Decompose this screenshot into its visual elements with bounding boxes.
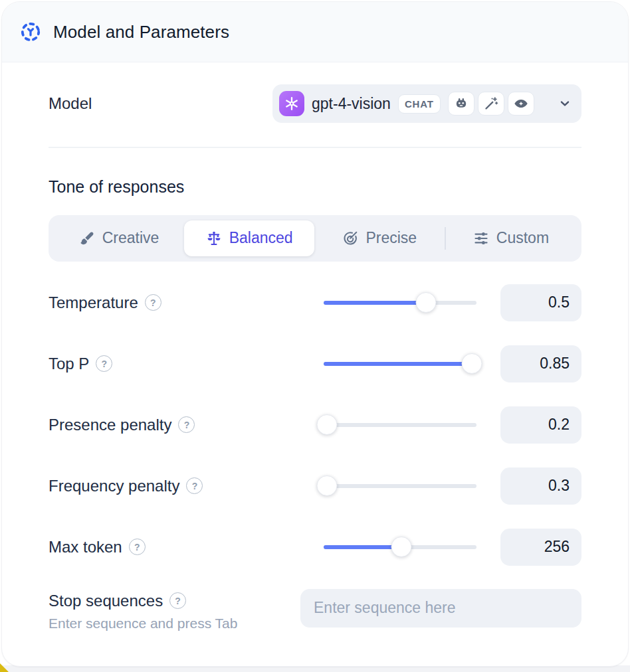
target-icon	[342, 230, 358, 246]
background-corner-accent	[0, 663, 9, 672]
tab-label: Balanced	[229, 229, 293, 247]
stop-sequence-input[interactable]	[300, 589, 581, 628]
help-icon[interactable]: ?	[186, 477, 203, 494]
paintbrush-icon	[79, 230, 95, 246]
selected-model-name: gpt-4-vision	[312, 95, 391, 113]
temperature-value[interactable]: 0.5	[500, 284, 581, 321]
slider-thumb[interactable]	[462, 353, 482, 374]
param-row-frequency-penalty: Frequency penalty ? 0.3	[49, 467, 581, 505]
help-icon[interactable]: ?	[96, 355, 112, 372]
sliders-icon	[473, 230, 489, 246]
tab-balanced[interactable]: Balanced	[184, 220, 314, 256]
slider-thumb[interactable]	[316, 475, 337, 496]
stop-sequences-row: Stop sequences ? Enter sequence and pres…	[49, 589, 581, 631]
frequency-penalty-slider[interactable]	[317, 475, 483, 497]
param-label: Temperature	[49, 294, 138, 312]
stop-sequences-label: Stop sequences	[49, 592, 163, 610]
panel-header: Model and Parameters	[2, 2, 628, 62]
model-parameters-panel: Model and Parameters Model	[1, 1, 629, 667]
temperature-slider[interactable]	[317, 292, 483, 313]
model-row: Model gpt-4-vi	[49, 84, 581, 123]
tab-precise[interactable]: Precise	[314, 220, 445, 256]
tone-heading: Tone of responses	[49, 177, 581, 197]
param-row-top-p: Top P ? 0.85	[49, 345, 581, 383]
param-row-presence-penalty: Presence penalty ? 0.2	[49, 406, 581, 444]
slider-thumb[interactable]	[416, 292, 437, 313]
top-p-value[interactable]: 0.85	[500, 345, 581, 382]
top-p-slider[interactable]	[317, 353, 483, 375]
slider-thumb[interactable]	[316, 414, 337, 435]
frequency-penalty-value[interactable]: 0.3	[500, 467, 581, 505]
help-icon[interactable]: ?	[129, 539, 146, 555]
param-label: Top P	[49, 355, 89, 373]
bot-icon	[448, 92, 474, 116]
model-type-badge: CHAT	[398, 94, 441, 114]
help-icon[interactable]: ?	[169, 592, 186, 609]
stop-sequences-hint: Enter sequence and press Tab	[49, 616, 300, 631]
max-token-value[interactable]: 256	[500, 529, 581, 566]
tab-creative[interactable]: Creative	[54, 220, 184, 256]
magic-wand-icon	[478, 92, 504, 116]
param-label: Presence penalty	[49, 416, 171, 434]
balance-scale-icon	[206, 230, 222, 246]
parameter-list: Temperature ? 0.5 Top P ?	[49, 284, 581, 566]
chevron-down-icon	[558, 96, 572, 111]
slider-thumb[interactable]	[391, 537, 412, 557]
model-hub-icon	[19, 21, 42, 43]
tab-label: Creative	[102, 229, 159, 247]
max-token-slider[interactable]	[317, 536, 483, 558]
section-divider	[49, 147, 581, 148]
tab-custom[interactable]: Custom	[446, 220, 576, 256]
help-icon[interactable]: ?	[145, 294, 161, 311]
vision-eye-icon	[508, 92, 534, 116]
presence-penalty-value[interactable]: 0.2	[500, 406, 581, 444]
openai-logo-icon	[279, 91, 304, 116]
help-icon[interactable]: ?	[178, 416, 195, 433]
model-label: Model	[49, 94, 92, 113]
param-label: Max token	[49, 538, 122, 556]
param-row-temperature: Temperature ? 0.5	[49, 284, 581, 322]
tone-tab-bar: Creative Balanced	[49, 215, 581, 262]
model-capability-badges	[448, 92, 534, 116]
param-label: Frequency penalty	[49, 477, 179, 495]
tab-label: Custom	[496, 229, 549, 247]
param-row-max-token: Max token ? 256	[49, 528, 581, 566]
model-select-dropdown[interactable]: gpt-4-vision CHAT	[272, 84, 581, 123]
tab-label: Precise	[366, 229, 417, 247]
presence-penalty-slider[interactable]	[317, 414, 483, 436]
panel-title: Model and Parameters	[53, 22, 229, 42]
